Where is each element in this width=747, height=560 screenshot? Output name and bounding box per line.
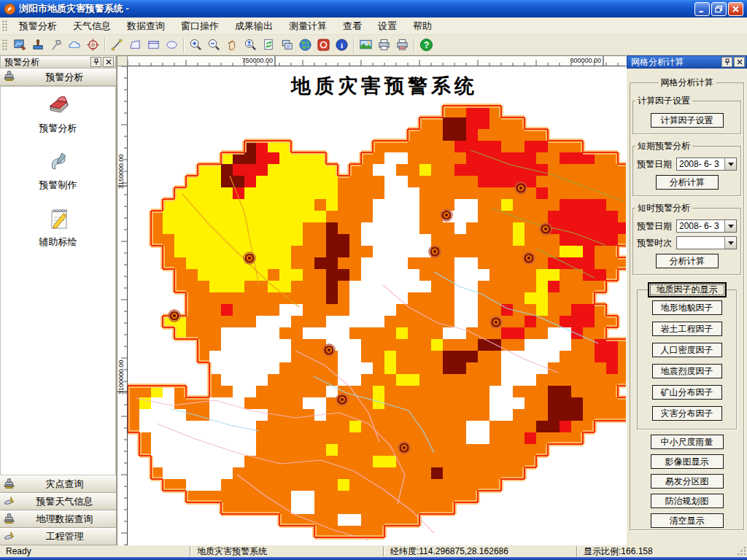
- toolbar-grip-handle[interactable]: [2, 39, 8, 51]
- accordion-bar-label: 灾点查询: [16, 478, 113, 491]
- menu-item-5[interactable]: 成果输出: [227, 17, 281, 36]
- display-button-5[interactable]: 清空显示: [651, 513, 724, 528]
- menu-item-8[interactable]: 设置: [370, 17, 405, 36]
- pan-icon[interactable]: [223, 36, 241, 54]
- accordion-bar-3[interactable]: 地理数据查询: [0, 510, 116, 528]
- window-title: 浏阳市地质灾害预警系统 -: [19, 2, 694, 15]
- stamp-icon: [3, 69, 16, 85]
- right-panel-pin-button[interactable]: [721, 57, 732, 67]
- nowcast-date-value: 2008- 6- 3: [677, 220, 724, 232]
- pen-tool-icon: [46, 149, 71, 176]
- menu-item-2[interactable]: 天气信息: [65, 17, 119, 36]
- ruler-left: 3150000.003100000.00: [117, 66, 128, 545]
- stop-icon[interactable]: [314, 36, 333, 54]
- menu-item-9[interactable]: 帮助: [405, 17, 440, 36]
- accordion-bar-1[interactable]: 灾点查询: [0, 475, 116, 493]
- right-panel-close-button[interactable]: [734, 57, 745, 67]
- menu-grip-handle[interactable]: [2, 20, 8, 32]
- layers-icon[interactable]: [278, 36, 296, 54]
- grid-analysis-panel: 网格分析计算 网格分析计算 计算因子设置 计算因子设置 短期预警分析 预警日期 …: [626, 55, 747, 545]
- app-icon: [4, 3, 16, 15]
- factor-button-4[interactable]: 地震烈度因子: [652, 364, 722, 378]
- left-panel-close-button[interactable]: [103, 57, 114, 67]
- factor-button-5[interactable]: 矿山分布因子: [652, 385, 722, 400]
- title-bar: 浏阳市地质灾害预警系统 -: [0, 0, 747, 18]
- pin-icon: [724, 58, 731, 66]
- svg-text:3100000.00: 3100000.00: [117, 359, 125, 394]
- short-term-analyze-button[interactable]: 分析计算: [656, 175, 719, 190]
- close-icon: [736, 58, 743, 66]
- factor-setup-button[interactable]: 计算因子设置: [651, 113, 724, 128]
- ellipse-icon[interactable]: [163, 36, 181, 54]
- cloud-icon[interactable]: [66, 36, 84, 54]
- left-panel-header[interactable]: 预警分析: [0, 69, 116, 86]
- svg-text:800000.00: 800000.00: [570, 57, 601, 64]
- zoom-in-icon[interactable]: [187, 36, 205, 54]
- factor-button-6[interactable]: 灾害分布因子: [652, 406, 722, 421]
- close-button[interactable]: [728, 2, 743, 16]
- globe-icon[interactable]: [296, 36, 314, 54]
- menu-item-7[interactable]: 查看: [335, 17, 370, 36]
- rectangle-icon[interactable]: [144, 36, 163, 54]
- town-marker: [441, 209, 452, 221]
- accordion-bar-4[interactable]: 工程管理: [0, 528, 116, 545]
- chevron-down-icon[interactable]: [724, 237, 736, 249]
- chevron-down-icon[interactable]: [724, 220, 736, 232]
- factor-button-1[interactable]: 地形地貌因子: [652, 300, 722, 315]
- menu-item-3[interactable]: 数据查询: [119, 17, 173, 36]
- menu-item-4[interactable]: 窗口操作: [173, 17, 227, 36]
- right-panel-titlebar: 网格分析计算: [627, 55, 747, 69]
- display-buttons-group: 中小尺度雨量影像图显示易发分区图防治规划图清空显示: [632, 435, 741, 528]
- nowcast-date-label: 预警日期: [637, 220, 676, 233]
- help-icon[interactable]: ?: [417, 36, 436, 54]
- left-panel-item-1[interactable]: 预警分析: [1, 93, 115, 135]
- paint-icon[interactable]: [29, 36, 47, 54]
- warning-analysis-panel: 预警分析 预警分析 预警分析预警制作辅助标绘 灾点查询预警天气信息地理数据查询工…: [0, 55, 117, 545]
- town-marker: [169, 310, 180, 322]
- hazard-map-canvas[interactable]: 地质灾害预警系统: [128, 66, 626, 545]
- display-button-4[interactable]: 防治规划图: [651, 494, 724, 508]
- display-button-2[interactable]: 影像图显示: [651, 454, 724, 469]
- minimize-button[interactable]: [694, 2, 710, 16]
- polygon-icon[interactable]: [126, 36, 144, 54]
- nowcast-date-combo[interactable]: 2008- 6- 3: [676, 219, 737, 233]
- print-setup-icon[interactable]: [393, 36, 411, 54]
- accordion-bar-2[interactable]: 预警天气信息: [0, 493, 116, 510]
- nowcast-analyze-button[interactable]: 分析计算: [656, 254, 719, 268]
- left-panel-pin-button[interactable]: [90, 57, 101, 67]
- maximize-button[interactable]: [711, 2, 727, 16]
- nowcast-time-combo[interactable]: [676, 236, 737, 249]
- grid-analysis-groupbox: 网格分析计算 计算因子设置 计算因子设置 短期预警分析 预警日期 2008- 6…: [630, 77, 744, 530]
- town-marker: [336, 394, 348, 405]
- hammer-icon[interactable]: [47, 36, 66, 54]
- factor-button-2[interactable]: 岩土工程因子: [652, 322, 722, 336]
- map-title: 地质灾害预警系统: [290, 75, 478, 97]
- info-icon[interactable]: i: [333, 36, 351, 54]
- zoom-out-icon[interactable]: [205, 36, 223, 54]
- image-view-icon[interactable]: [357, 36, 375, 54]
- display-button-1[interactable]: 中小尺度雨量: [651, 435, 724, 449]
- resize-grip[interactable]: [737, 546, 747, 556]
- short-term-date-label: 预警日期: [637, 158, 676, 171]
- target-icon[interactable]: [84, 36, 102, 54]
- display-button-3[interactable]: 易发分区图: [651, 474, 724, 489]
- town-marker: [515, 182, 527, 194]
- image-edit-icon[interactable]: [11, 36, 29, 54]
- geofactor-display-button[interactable]: 地质因子的显示: [648, 282, 727, 298]
- line-icon[interactable]: [108, 36, 126, 54]
- book-icon: [46, 93, 71, 120]
- short-term-date-combo[interactable]: 2008- 6- 3: [676, 158, 737, 171]
- chevron-down-icon[interactable]: [724, 158, 736, 170]
- factor-button-3[interactable]: 人口密度因子: [652, 343, 722, 357]
- left-panel-item-3[interactable]: 辅助标绘: [1, 206, 115, 249]
- refresh-icon[interactable]: [260, 36, 278, 54]
- status-scale: 显示比例:166.158: [578, 545, 737, 557]
- close-icon: [105, 58, 112, 66]
- menu-item-1[interactable]: 预警分析: [11, 17, 65, 36]
- status-system-name: 地质灾害预警系统: [191, 545, 383, 557]
- print-icon[interactable]: [375, 36, 393, 54]
- left-panel-item-2[interactable]: 预警制作: [1, 149, 115, 192]
- zoom-extent-icon[interactable]: [241, 36, 260, 54]
- nowcast-time-value: [677, 237, 724, 249]
- menu-item-6[interactable]: 测量计算: [281, 17, 335, 36]
